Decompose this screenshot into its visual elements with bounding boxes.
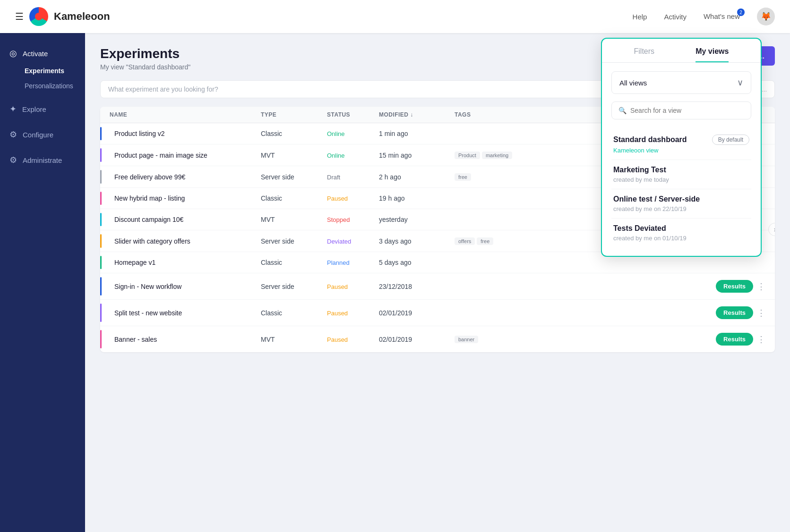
cell-name: Split test - new website bbox=[110, 309, 261, 317]
view-item-name: Online test / Server-side bbox=[613, 195, 700, 203]
sidebar-item-administrate[interactable]: ⚙ Administrate bbox=[0, 150, 85, 170]
row-menu-button[interactable]: ⋮ bbox=[757, 334, 765, 345]
sidebar-item-configure[interactable]: ⚙ Configure bbox=[0, 125, 85, 144]
cell-status: Paused bbox=[327, 194, 379, 202]
cell-type: Classic bbox=[261, 309, 327, 317]
activity-link[interactable]: Activity bbox=[664, 13, 687, 21]
avatar[interactable]: 🦊 bbox=[757, 8, 775, 25]
configure-label: Configure bbox=[23, 131, 53, 139]
col-tags: TAGS bbox=[455, 111, 540, 118]
sidebar-explore-section: ✦ Explore bbox=[0, 96, 85, 122]
topnav-right: Help Activity What's new 2 🦊 bbox=[633, 8, 775, 25]
view-item[interactable]: Standard dashboard By default Kameleoon … bbox=[611, 129, 751, 160]
cell-name: Free delivery above 99€ bbox=[110, 173, 261, 181]
brand-name: Kameleoon bbox=[54, 10, 110, 23]
view-item-header: Tests Deviated bbox=[613, 224, 749, 233]
tab-my-views[interactable]: My views bbox=[696, 47, 729, 62]
sidebar-item-personalizations[interactable]: Personalizations bbox=[0, 78, 85, 93]
tag: Product bbox=[455, 152, 480, 159]
view-item-sub: created by me today bbox=[613, 176, 749, 183]
col-modified[interactable]: MODIFIED bbox=[379, 111, 455, 118]
cell-type: Classic bbox=[261, 130, 327, 137]
search-placeholder: What experiment are you looking for? bbox=[108, 85, 218, 93]
cell-modified: 19 h ago bbox=[379, 194, 455, 202]
sidebar-item-activate[interactable]: ◎ Activate bbox=[0, 43, 85, 63]
table-row[interactable]: Split test - new website Classic Paused … bbox=[100, 300, 775, 326]
explore-icon: ✦ bbox=[9, 104, 17, 114]
cell-status: Deviated bbox=[327, 237, 379, 245]
cell-type: MVT bbox=[261, 152, 327, 159]
view-item-sub: created by me on 22/10/19 bbox=[613, 205, 749, 212]
cell-name: New hybrid map - listing bbox=[110, 194, 261, 202]
all-views-dropdown[interactable]: All views ∨ bbox=[611, 71, 751, 94]
views-search: 🔍 bbox=[611, 101, 751, 119]
row-menu-button[interactable]: ⋮ bbox=[757, 308, 765, 318]
view-item-header: Standard dashboard By default bbox=[613, 135, 749, 145]
views-list: Standard dashboard By default Kameleoon … bbox=[611, 129, 751, 247]
tab-filters[interactable]: Filters bbox=[634, 47, 655, 62]
cell-tags: banner bbox=[455, 335, 540, 343]
administrate-icon: ⚙ bbox=[9, 155, 17, 165]
cell-actions: Results ⋮ bbox=[540, 333, 765, 346]
cell-modified: 02/01/2019 bbox=[379, 336, 455, 343]
page-subtitle: My view "Standard dashboard" bbox=[100, 63, 190, 71]
cell-status: Online bbox=[327, 130, 379, 137]
activate-icon: ◎ bbox=[9, 48, 17, 59]
results-button[interactable]: Results bbox=[716, 280, 753, 293]
table-row[interactable]: Banner - sales MVT Paused 02/01/2019 ban… bbox=[100, 326, 775, 352]
cell-modified: 5 days ago bbox=[379, 259, 455, 266]
cell-modified: 15 min ago bbox=[379, 152, 455, 159]
hamburger-icon[interactable]: ☰ bbox=[15, 11, 24, 22]
sidebar-item-explore[interactable]: ✦ Explore bbox=[0, 99, 85, 119]
cell-name: Discount campaign 10€ bbox=[110, 216, 261, 223]
cell-type: Server side bbox=[261, 283, 327, 290]
cell-type: Classic bbox=[261, 259, 327, 266]
results-button[interactable]: Results bbox=[716, 333, 753, 346]
cell-status: Online bbox=[327, 152, 379, 159]
results-button[interactable]: Results bbox=[716, 306, 753, 319]
cell-status: Draft bbox=[327, 173, 379, 181]
view-item-header: Online test / Server-side bbox=[613, 195, 749, 203]
view-item-sub: created by me on 01/10/19 bbox=[613, 235, 749, 242]
tag: marketing bbox=[482, 152, 512, 159]
logo-inner bbox=[35, 13, 43, 20]
tag: free bbox=[477, 237, 493, 245]
sidebar: ◎ Activate Experiments Personalizations … bbox=[0, 33, 85, 532]
col-status: STATUS bbox=[327, 111, 379, 118]
sidebar-configure-section: ⚙ Configure bbox=[0, 122, 85, 147]
explore-label: Explore bbox=[22, 105, 46, 113]
table-row[interactable]: Sign-in - New workflow Server side Pause… bbox=[100, 273, 775, 300]
views-search-input[interactable] bbox=[630, 107, 744, 114]
configure-icon: ⚙ bbox=[9, 129, 17, 140]
views-panel-body: All views ∨ 🔍 Standard dashboard By defa… bbox=[602, 63, 761, 256]
views-panel-header: Filters My views bbox=[602, 39, 761, 62]
cell-name: Homepage v1 bbox=[110, 259, 261, 266]
whats-new-badge: 2 bbox=[737, 8, 745, 16]
cell-type: Server side bbox=[261, 173, 327, 181]
cell-status: Stopped bbox=[327, 216, 379, 223]
view-item-name: Standard dashboard bbox=[613, 135, 687, 144]
sidebar-item-experiments[interactable]: Experiments bbox=[0, 63, 85, 78]
topnav: ☰ Kameleoon Help Activity What's new 2 🦊 bbox=[0, 0, 790, 33]
cell-type: MVT bbox=[261, 216, 327, 223]
all-views-label: All views bbox=[619, 79, 647, 87]
whats-new-link[interactable]: What's new bbox=[704, 12, 740, 20]
cell-actions: Results ⋮ bbox=[540, 280, 765, 293]
view-item[interactable]: Tests Deviated created by me on 01/10/19 bbox=[611, 219, 751, 247]
cell-name: Product page - main image size bbox=[110, 152, 261, 159]
col-name: NAME bbox=[110, 111, 261, 118]
by-default-badge: By default bbox=[712, 135, 749, 145]
help-link[interactable]: Help bbox=[633, 13, 647, 21]
cell-modified: yesterday bbox=[379, 216, 455, 223]
row-menu-button[interactable]: ⋮ bbox=[757, 281, 765, 292]
cell-tags: free bbox=[455, 173, 540, 181]
view-item[interactable]: Marketing Test created by me today bbox=[611, 160, 751, 189]
cell-actions: Results ⋮ bbox=[540, 306, 765, 319]
cell-name: Sign-in - New workflow bbox=[110, 283, 261, 290]
view-item[interactable]: Online test / Server-side created by me … bbox=[611, 189, 751, 219]
chevron-down-icon: ∨ bbox=[737, 77, 743, 88]
view-item-sub: Kameleoon view bbox=[613, 147, 749, 154]
tag: free bbox=[455, 173, 471, 181]
cell-type: Classic bbox=[261, 194, 327, 202]
cell-modified: 2 h ago bbox=[379, 173, 455, 181]
